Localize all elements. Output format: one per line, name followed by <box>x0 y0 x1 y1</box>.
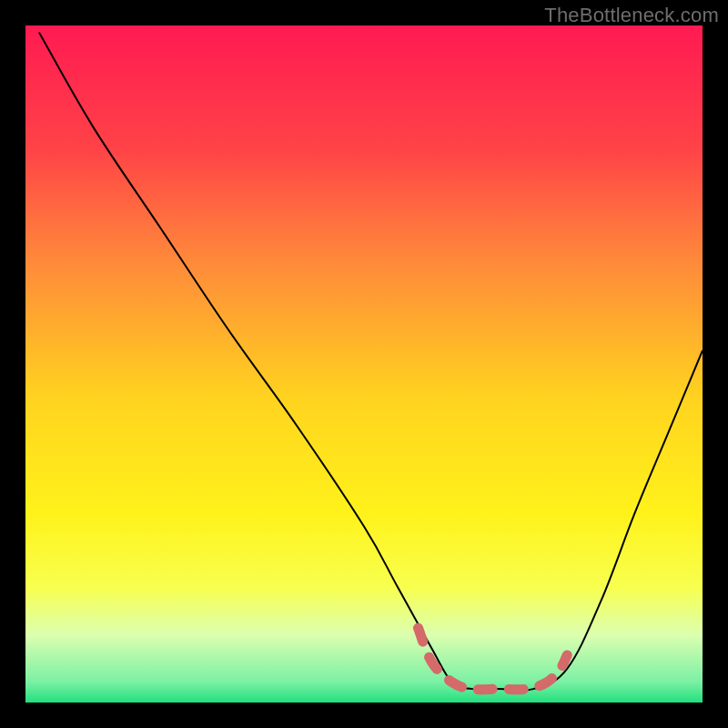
plot-area <box>25 25 703 703</box>
optimal-highlight <box>419 628 568 690</box>
chart-frame: TheBottleneck.com <box>0 0 728 728</box>
watermark-label: TheBottleneck.com <box>544 4 719 27</box>
curve-layer <box>25 25 703 703</box>
bottleneck-curve <box>39 32 703 690</box>
